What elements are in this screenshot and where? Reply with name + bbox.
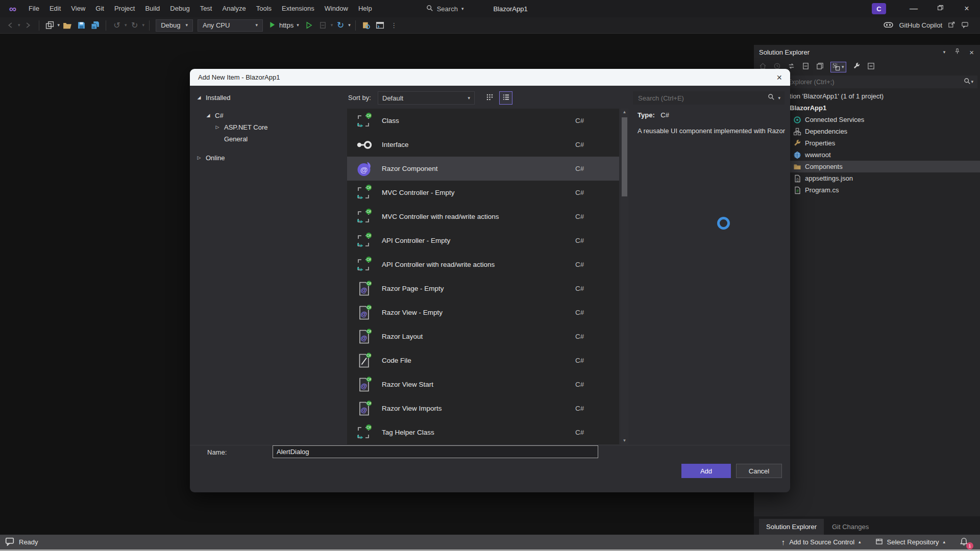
new-project-icon[interactable]	[44, 19, 56, 32]
notification-badge: 1	[966, 542, 973, 549]
account-avatar[interactable]: C	[872, 3, 886, 14]
undo-icon[interactable]: ↺	[111, 19, 123, 32]
start-debugging-button[interactable]: https ▾	[268, 21, 299, 30]
dialog-close-icon[interactable]: ×	[776, 73, 782, 82]
solution-platform-dropdown[interactable]: Any CPU ▾	[198, 19, 263, 32]
save-all-icon[interactable]	[89, 19, 101, 32]
template-class[interactable]: C#ClassC#	[347, 109, 619, 133]
chat-icon[interactable]	[961, 21, 969, 30]
collapse-all-icon[interactable]	[867, 62, 875, 71]
category-c[interactable]: ◢C#	[205, 110, 268, 121]
menu-view[interactable]: View	[66, 0, 90, 17]
template-tag-helper-class[interactable]: C#Tag Helper ClassC#	[347, 420, 619, 444]
grid-view-button[interactable]	[483, 91, 496, 105]
restore-button[interactable]	[927, 0, 953, 17]
tab-git-changes[interactable]: Git Changes	[825, 519, 876, 535]
template-razor-view-start[interactable]: @C#Razor View StartC#	[347, 372, 619, 396]
template-razor-page-empty[interactable]: @C#Razor Page - EmptyC#	[347, 277, 619, 300]
scroll-down-icon[interactable]: ▼	[621, 439, 628, 443]
send-feedback-icon[interactable]	[948, 21, 955, 30]
template-mvc-controller-with-read-write-actions[interactable]: C#MVC Controller with read/write actions…	[347, 205, 619, 229]
solution-configuration-dropdown[interactable]: Debug ▾	[156, 19, 193, 32]
hot-reload-icon[interactable]	[317, 19, 329, 32]
panel-menu-icon[interactable]: ▾	[943, 50, 946, 55]
toolbar-overflow-icon[interactable]: ⋮	[388, 19, 400, 32]
tree-expanded-icon[interactable]: ◢	[196, 95, 202, 100]
connected-services-icon	[793, 115, 801, 124]
svg-text:@: @	[361, 334, 368, 341]
template-search-box[interactable]: ▾	[633, 91, 785, 105]
menu-test[interactable]: Test	[195, 0, 217, 17]
template-search-input[interactable]	[637, 94, 765, 103]
navigate-forward-icon[interactable]	[22, 19, 34, 32]
tab-solution-explorer[interactable]: Solution Explorer	[759, 519, 824, 535]
template-list-scrollbar[interactable]: ▲ ▼	[621, 109, 628, 444]
copy-documents-icon[interactable]	[816, 62, 824, 71]
category-label: ASP.NET Core	[224, 123, 268, 131]
tree-collapsed-icon[interactable]: ▷	[196, 156, 202, 160]
menu-help[interactable]: Help	[353, 0, 377, 17]
template-razor-view-empty[interactable]: @C#Razor View - EmptyC#	[347, 300, 619, 324]
menu-project[interactable]: Project	[109, 0, 140, 17]
template-code-file[interactable]: C#Code FileC#	[347, 348, 619, 372]
menu-edit[interactable]: Edit	[44, 0, 66, 17]
list-view-button[interactable]	[499, 91, 512, 105]
template-razor-component[interactable]: @Razor ComponentC#	[347, 157, 619, 181]
menu-tools[interactable]: Tools	[251, 0, 277, 17]
category-asp-net-core[interactable]: ▷ASP.NET Core	[214, 121, 268, 133]
sync-with-active-document-icon[interactable]: ▾	[830, 62, 846, 72]
tree-collapsed-icon[interactable]: ▷	[214, 125, 220, 130]
navigate-back-icon[interactable]	[4, 19, 16, 32]
template-razor-layout[interactable]: @C#Razor LayoutC#	[347, 324, 619, 348]
refresh-icon[interactable]: ↻	[334, 19, 347, 32]
menu-window[interactable]: Window	[320, 0, 353, 17]
close-button[interactable]: ×	[953, 0, 980, 17]
solution-item-label: Program.cs	[805, 186, 839, 194]
tree-expanded-icon[interactable]: ◢	[205, 113, 211, 118]
svg-text:C#: C#	[366, 186, 371, 189]
add-button[interactable]: Add	[681, 464, 731, 478]
command-window-icon[interactable]	[374, 19, 386, 32]
menu-git[interactable]: Git	[90, 0, 109, 17]
template-api-controller-with-read-write-actions[interactable]: C#API Controller with read/write actions…	[347, 253, 619, 277]
select-repository-button[interactable]: Select Repository ▴	[875, 538, 945, 547]
template-razor-view-imports[interactable]: @C#Razor View ImportsC#	[347, 396, 619, 420]
close-panel-icon[interactable]: ×	[969, 48, 974, 56]
find-in-files-icon[interactable]	[360, 19, 373, 32]
item-name-input[interactable]	[273, 445, 598, 458]
class-template-icon: C#	[355, 232, 373, 250]
title-search[interactable]: Search ▾	[426, 5, 464, 13]
cancel-button[interactable]: Cancel	[736, 464, 782, 478]
menu-extensions[interactable]: Extensions	[277, 0, 320, 17]
solution-item-label: Solution 'BlazorApp1' (1 of 1 project)	[776, 92, 884, 100]
category-installed[interactable]: ◢Installed	[196, 92, 268, 104]
scrollbar-thumb[interactable]	[622, 117, 627, 196]
document-icon[interactable]	[802, 62, 810, 71]
template-interface[interactable]: InterfaceC#	[347, 133, 619, 157]
class-template-icon: C#	[355, 112, 373, 130]
add-to-source-control-button[interactable]: ↑ Add to Source Control ▴	[781, 538, 861, 546]
scroll-up-icon[interactable]: ▲	[621, 110, 628, 114]
pin-icon[interactable]	[954, 48, 961, 56]
menu-build[interactable]: Build	[140, 0, 165, 17]
save-icon[interactable]	[75, 19, 87, 32]
menu-analyze[interactable]: Analyze	[217, 0, 251, 17]
chevron-down-icon: ▾	[58, 23, 60, 28]
redo-icon[interactable]: ↻	[129, 19, 141, 32]
open-file-icon[interactable]	[61, 19, 74, 32]
template-api-controller-empty[interactable]: C#API Controller - EmptyC#	[347, 229, 619, 253]
solution-explorer-search-input[interactable]	[761, 78, 964, 86]
sort-by-dropdown[interactable]: Default ▾	[378, 91, 475, 105]
start-without-debugging-icon[interactable]	[303, 19, 315, 32]
menu-debug[interactable]: Debug	[165, 0, 194, 17]
github-copilot-label[interactable]: GitHub Copilot	[899, 21, 942, 29]
feedback-icon[interactable]	[5, 537, 14, 547]
github-copilot-icon[interactable]	[884, 20, 893, 31]
notifications-button[interactable]: 1	[960, 537, 970, 547]
menu-file[interactable]: File	[23, 0, 44, 17]
template-mvc-controller-empty[interactable]: C#MVC Controller - EmptyC#	[347, 181, 619, 205]
minimize-button[interactable]: —	[900, 0, 927, 17]
wrench-icon[interactable]	[853, 62, 861, 71]
category-online[interactable]: ▷Online	[196, 152, 268, 164]
category-general[interactable]: General	[214, 133, 268, 145]
